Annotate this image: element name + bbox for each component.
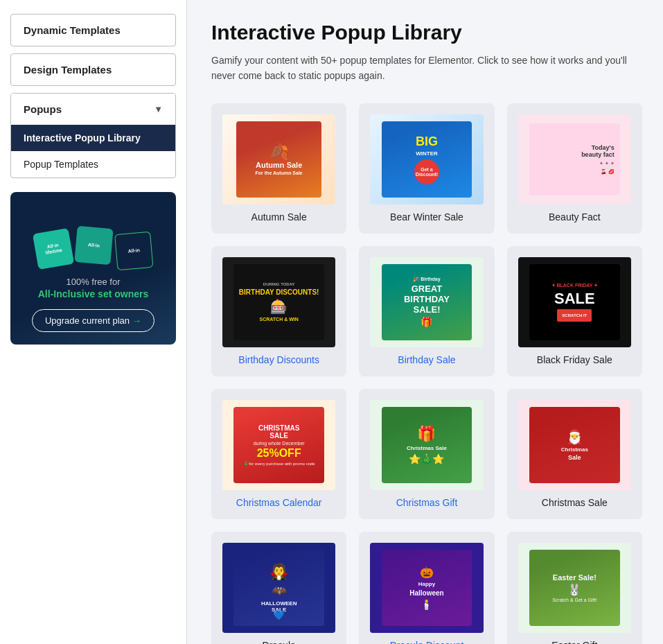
popups-label: Popups — [24, 103, 62, 115]
sidebar-item-popup-library[interactable]: Interactive Popup Library — [11, 125, 175, 151]
promo-highlight-text: All-Inclusive set owners — [38, 288, 149, 299]
template-card-birthday-sale[interactable]: 🎉 Birthday GREATBIRTHDAYSALE! 🎁 Birthday… — [359, 246, 494, 376]
template-label-christmas-calendar: Christmas Calendar — [236, 497, 322, 508]
page-title: Interactive Popup Library — [211, 21, 642, 44]
template-thumb-christmas-calendar: CHRISTMASSALE during whole December 25%O… — [222, 400, 335, 490]
template-grid: 🍂 Autumn Sale For the Autumn Sale Autumn… — [211, 103, 642, 644]
template-label-beauty-fact: Beauty Fact — [549, 211, 601, 223]
template-label-autumn-sale: Autumn Sale — [251, 211, 307, 223]
popups-dropdown-header[interactable]: Popups ▼ — [11, 94, 175, 125]
page-subtitle: Gamify your content with 50+ popup templ… — [211, 53, 641, 84]
popups-dropdown: Popups ▼ Interactive Popup Library Popup… — [10, 93, 176, 178]
template-thumb-bear-winter-sale: BIG WINTER Get aDiscount! — [370, 114, 483, 204]
template-card-beauty-fact[interactable]: Today'sbeauty fact ✦ ✦ ✦ 🍒 💋 Beauty Fact — [507, 103, 642, 234]
template-card-birthday-discounts[interactable]: DURING TODAY BIRTHDAY DISCOUNTS! 🎰 SCRAT… — [211, 246, 346, 376]
template-label-black-friday-sale: Black Friday Sale — [537, 354, 612, 365]
template-label-dracula-discount: Dracula Discount — [390, 640, 464, 644]
main-content: Interactive Popup Library Gamify your co… — [187, 0, 663, 644]
dynamic-templates-button[interactable]: Dynamic Templates — [10, 14, 176, 46]
template-thumb-beauty-fact: Today'sbeauty fact ✦ ✦ ✦ 🍒 💋 — [518, 114, 631, 204]
template-thumb-dracula: 🧛 🦇 HALLOWEENSALE 💙 — [222, 543, 335, 633]
template-card-christmas-sale[interactable]: 🎅 Christmas Sale Christmas Sale — [507, 389, 642, 519]
template-card-dracula[interactable]: 🧛 🦇 HALLOWEENSALE 💙 Dracula — [211, 532, 346, 644]
promo-card-2: All·in — [74, 226, 113, 265]
template-label-christmas-sale: Christmas Sale — [542, 497, 608, 508]
promo-card-1: All·inlifetime — [32, 228, 73, 270]
template-label-easter-gift: Easter Gift — [551, 640, 597, 644]
upgrade-button[interactable]: Upgrade current plan→ — [32, 309, 154, 332]
promo-card-3: All·in — [114, 232, 153, 270]
promo-cards-visual: All·inlifetime All·in All·in — [35, 231, 152, 267]
template-label-dracula: Dracula — [263, 640, 296, 644]
design-templates-button[interactable]: Design Templates — [10, 53, 176, 86]
template-thumb-christmas-sale: 🎅 Christmas Sale — [518, 400, 631, 490]
template-label-bear-winter-sale: Bear Winter Sale — [390, 211, 463, 223]
template-card-christmas-gift[interactable]: 🎁 Christmas Sale ⭐🎄⭐ Christmas Gift — [359, 389, 494, 519]
template-card-christmas-calendar[interactable]: CHRISTMASSALE during whole December 25%O… — [211, 389, 346, 519]
template-thumb-birthday-sale: 🎉 Birthday GREATBIRTHDAYSALE! 🎁 — [370, 257, 483, 347]
template-label-christmas-gift: Christmas Gift — [396, 497, 458, 508]
template-card-autumn-sale[interactable]: 🍂 Autumn Sale For the Autumn Sale Autumn… — [211, 103, 346, 234]
template-card-bear-winter-sale[interactable]: BIG WINTER Get aDiscount! Bear Winter Sa… — [359, 103, 494, 234]
promo-banner: All·inlifetime All·in All·in 100% free f… — [10, 192, 176, 345]
template-card-easter-gift[interactable]: Easter Sale! 🐰 Scratch & Get a Gift! Eas… — [507, 532, 642, 644]
template-thumb-black-friday-sale: ✦ BLACK FRIDAY ✦ SALE SCRATCH IT — [518, 257, 631, 347]
template-thumb-autumn-sale: 🍂 Autumn Sale For the Autumn Sale — [222, 114, 335, 204]
template-label-birthday-discounts: Birthday Discounts — [238, 354, 319, 365]
template-thumb-dracula-discount: 🎃 Happy Halloween 🕯️ — [370, 543, 483, 633]
sidebar-item-popup-templates[interactable]: Popup Templates — [11, 151, 175, 177]
chevron-down-icon: ▼ — [154, 104, 163, 114]
template-thumb-christmas-gift: 🎁 Christmas Sale ⭐🎄⭐ — [370, 400, 483, 490]
template-card-dracula-discount[interactable]: 🎃 Happy Halloween 🕯️ Dracula Discount — [359, 532, 494, 644]
template-card-black-friday-sale[interactable]: ✦ BLACK FRIDAY ✦ SALE SCRATCH IT Black F… — [507, 246, 642, 376]
promo-free-text: 100% free for — [66, 277, 120, 287]
template-label-birthday-sale: Birthday Sale — [398, 354, 455, 365]
template-thumb-easter-gift: Easter Sale! 🐰 Scratch & Get a Gift! — [518, 543, 631, 633]
template-thumb-birthday-discounts: DURING TODAY BIRTHDAY DISCOUNTS! 🎰 SCRAT… — [222, 257, 335, 347]
sidebar: Dynamic Templates Design Templates Popup… — [0, 0, 187, 644]
